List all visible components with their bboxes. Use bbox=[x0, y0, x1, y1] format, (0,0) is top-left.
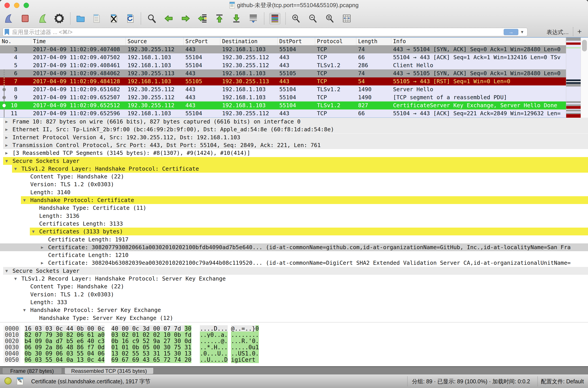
detail-row[interactable]: ▶Transmission Control Protocol, Src Port… bbox=[0, 141, 588, 149]
expand-arrow-icon[interactable]: ▶ bbox=[5, 149, 8, 157]
expand-arrow-icon[interactable]: ▶ bbox=[5, 125, 8, 133]
apply-filter-button[interactable]: → bbox=[504, 29, 518, 35]
packet-row-9[interactable]: 92017-04-09 11:02:09.652507192.30.255.11… bbox=[0, 94, 566, 101]
detail-row[interactable]: ▼Certificates (3133 bytes) bbox=[0, 228, 588, 235]
expand-arrow-icon[interactable]: ▶ bbox=[41, 243, 43, 251]
packet-row-7[interactable]: 72017-04-09 11:02:09.484128192.168.1.103… bbox=[0, 77, 566, 85]
zoom-out-icon[interactable] bbox=[308, 13, 318, 24]
packet-row-4[interactable]: 42017-04-09 11:02:09.407502192.168.1.103… bbox=[0, 53, 566, 61]
column-header-time[interactable]: Time bbox=[31, 38, 126, 45]
go-last-icon[interactable] bbox=[231, 13, 242, 24]
column-header-destination[interactable]: Destination bbox=[220, 38, 277, 45]
go-back-icon[interactable] bbox=[163, 13, 174, 24]
collapse-arrow-icon[interactable]: ▼ bbox=[23, 196, 25, 204]
collapse-arrow-icon[interactable]: ▼ bbox=[5, 157, 8, 165]
packet-row-6[interactable]: 62017-04-09 11:02:09.484062192.30.255.11… bbox=[0, 70, 566, 77]
filter-bookmark-icon[interactable] bbox=[5, 29, 9, 35]
detail-row[interactable]: Content Type: Handshake (22) bbox=[0, 173, 588, 180]
detail-row[interactable]: Content Type: Handshake (22) bbox=[0, 283, 588, 290]
detail-row[interactable]: ▼Secure Sockets Layer bbox=[0, 267, 588, 275]
collapse-arrow-icon[interactable]: ▼ bbox=[23, 306, 25, 314]
byte-view-tab-frame[interactable]: Frame (827 bytes) bbox=[2, 367, 62, 374]
byte-view-tab-reassembled[interactable]: Reassembled TCP (3145 bytes) bbox=[65, 367, 154, 374]
hex-byte: b4 bbox=[24, 338, 35, 344]
column-header-length[interactable]: Length bbox=[356, 38, 391, 45]
collapse-arrow-icon[interactable]: ▼ bbox=[5, 267, 8, 275]
detail-row[interactable]: ▼TLSv1.2 Record Layer: Handshake Protoco… bbox=[0, 275, 588, 283]
detail-row[interactable]: ▼Secure Sockets Layer bbox=[0, 157, 588, 165]
zoom-in-icon[interactable] bbox=[291, 13, 301, 24]
hex-byte: 0b bbox=[174, 332, 185, 338]
hex-row[interactable]: 003006 09 2a 86 48 86 f7 0d01 01 0b 05 0… bbox=[0, 344, 588, 350]
packet-list-scrollbar[interactable] bbox=[581, 38, 588, 118]
detail-row[interactable]: ▶Frame 10: 827 bytes on wire (6616 bits)… bbox=[0, 118, 588, 125]
filter-dropdown-caret-icon[interactable]: ▼ bbox=[520, 30, 524, 34]
expand-arrow-icon[interactable]: ▶ bbox=[41, 259, 43, 267]
hex-row[interactable]: 005006 03 55 04 0a 13 0c 4469 67 69 43 6… bbox=[0, 357, 588, 363]
display-filter-input[interactable]: 应用显示过滤器 ... <⌘/> → ▼ bbox=[3, 28, 527, 36]
detail-row[interactable]: ▶Internet Protocol Version 4, Src: 192.3… bbox=[0, 133, 588, 141]
open-file-icon[interactable] bbox=[75, 13, 86, 24]
status-profile[interactable]: 配置文件: Default bbox=[541, 374, 584, 388]
detail-row[interactable]: Length: 333 bbox=[0, 298, 588, 306]
detail-row[interactable]: Version: TLS 1.2 (0x0303) bbox=[0, 180, 588, 188]
detail-row[interactable]: ▼Handshake Protocol: Certificate bbox=[0, 196, 588, 204]
resize-columns-icon[interactable] bbox=[342, 13, 352, 24]
hex-row[interactable]: 000016 03 03 0c 44 0b 00 0c40 00 0c 3d 0… bbox=[0, 325, 588, 332]
hex-row[interactable]: 001082 07 79 30 82 06 61 a003 02 01 02 0… bbox=[0, 332, 588, 338]
scrollbar-thumb[interactable] bbox=[582, 40, 587, 51]
detail-row[interactable]: Length: 3140 bbox=[0, 189, 588, 196]
detail-row[interactable]: Certificate Length: 1917 bbox=[0, 236, 588, 243]
expand-arrow-icon[interactable]: ▶ bbox=[5, 133, 8, 141]
detail-row[interactable]: Version: TLS 1.2 (0x0303) bbox=[0, 291, 588, 298]
close-file-icon[interactable] bbox=[109, 13, 119, 24]
detail-row[interactable]: ▼TLSv1.2 Record Layer: Handshake Protoco… bbox=[0, 165, 588, 173]
go-forward-icon[interactable] bbox=[180, 13, 191, 24]
reload-file-icon[interactable] bbox=[125, 13, 136, 24]
detail-row[interactable]: ▶Ethernet II, Src: Tp-LinkT_2b:9f:00 (bc… bbox=[0, 125, 588, 133]
find-packet-icon[interactable] bbox=[147, 13, 157, 24]
collapse-arrow-icon[interactable]: ▼ bbox=[14, 165, 17, 173]
column-header-protocol[interactable]: Protocol bbox=[315, 38, 356, 45]
add-filter-button[interactable]: + bbox=[577, 27, 582, 36]
column-header-srcport[interactable]: SrcPort bbox=[184, 38, 220, 45]
detail-row[interactable]: Handshake Type: Server Key Exchange (12) bbox=[0, 314, 588, 322]
go-first-icon[interactable] bbox=[214, 13, 225, 24]
packet-row-5[interactable]: 52017-04-09 11:02:09.408461192.168.1.103… bbox=[0, 61, 566, 70]
stop-capture-icon[interactable] bbox=[20, 13, 30, 24]
hex-row[interactable]: 00400b 30 09 06 03 55 04 0613 02 55 53 3… bbox=[0, 350, 588, 357]
detail-row[interactable]: ▼Handshake Protocol: Server Key Exchange bbox=[0, 306, 588, 314]
column-header-dstport[interactable]: DstPort bbox=[277, 38, 315, 45]
auto-scroll-icon[interactable] bbox=[248, 13, 259, 24]
capture-comment-icon[interactable] bbox=[17, 377, 23, 385]
colorize-icon[interactable] bbox=[269, 13, 280, 24]
detail-row[interactable]: ▶Certificate: 3082077930820661a003020102… bbox=[0, 243, 588, 251]
save-file-icon[interactable] bbox=[91, 13, 102, 24]
restart-capture-icon[interactable] bbox=[37, 13, 48, 24]
capture-options-icon[interactable] bbox=[54, 13, 65, 24]
packet-row-8[interactable]: 82017-04-09 11:02:09.651682192.30.255.11… bbox=[0, 85, 566, 94]
go-to-packet-icon[interactable] bbox=[197, 13, 208, 24]
hex-row[interactable]: 0020b4 09 0a d7 b5 e6 40 c30b 16 c9 52 9… bbox=[0, 338, 588, 344]
column-header-info[interactable]: Info bbox=[391, 38, 566, 45]
packet-row-11[interactable]: 112017-04-09 11:02:09.652596192.168.1.10… bbox=[0, 109, 566, 118]
expand-arrow-icon[interactable]: ▶ bbox=[5, 118, 8, 125]
column-header-no[interactable]: No. bbox=[0, 38, 31, 45]
detail-row[interactable]: ▶[3 Reassembled TCP Segments (3145 bytes… bbox=[0, 149, 588, 157]
wireshark-start-icon[interactable] bbox=[3, 13, 13, 24]
detail-row[interactable]: Handshake Type: Certificate (11) bbox=[0, 204, 588, 212]
ascii-char: ' bbox=[248, 338, 252, 344]
detail-row[interactable]: Certificates Length: 3133 bbox=[0, 220, 588, 228]
expert-info-icon[interactable] bbox=[4, 377, 12, 385]
detail-row[interactable]: Certificate Length: 1210 bbox=[0, 251, 588, 259]
collapse-arrow-icon[interactable]: ▼ bbox=[14, 275, 17, 283]
zoom-reset-icon[interactable] bbox=[324, 13, 335, 24]
expand-arrow-icon[interactable]: ▶ bbox=[5, 141, 8, 149]
column-header-source[interactable]: Source bbox=[126, 38, 184, 45]
detail-row[interactable]: Length: 3136 bbox=[0, 212, 588, 220]
expression-button[interactable]: 表达式… bbox=[547, 28, 569, 36]
packet-row-10[interactable]: 102017-04-09 11:02:09.652512192.30.255.1… bbox=[0, 101, 566, 109]
collapse-arrow-icon[interactable]: ▼ bbox=[32, 228, 34, 235]
detail-row[interactable]: ▶Certificate: 308204b63082039ea003020102… bbox=[0, 259, 588, 267]
packet-row-3[interactable]: 32017-04-09 11:02:09.407408192.30.255.11… bbox=[0, 45, 566, 53]
